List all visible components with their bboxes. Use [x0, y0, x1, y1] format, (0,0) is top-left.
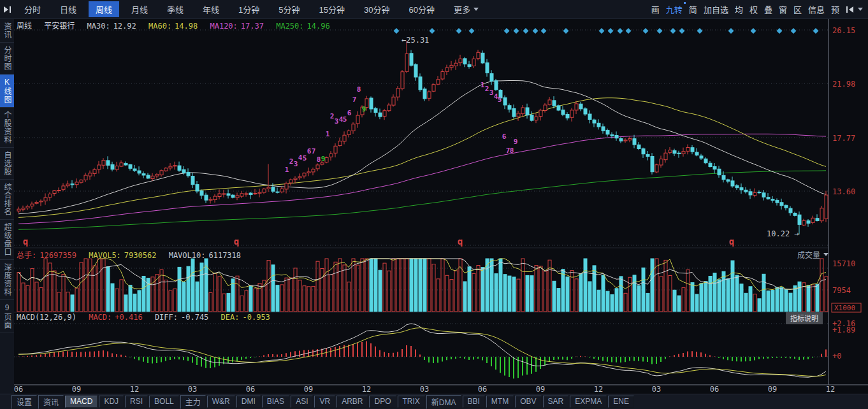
- tab-30分钟[interactable]: 30分钟: [357, 1, 396, 17]
- tab-15分钟[interactable]: 15分钟: [312, 1, 352, 17]
- tab-周线[interactable]: 周线: [89, 1, 119, 17]
- svg-text:5: 5: [343, 115, 347, 124]
- svg-text:8: 8: [357, 85, 361, 94]
- tool-加自选[interactable]: 加自选: [704, 3, 728, 15]
- tool-权[interactable]: 权: [749, 3, 758, 15]
- panel-collapse-icon[interactable]: [3, 6, 12, 13]
- indicator-button-EXPMA[interactable]: EXPMA: [570, 396, 607, 408]
- svg-text:12: 12: [826, 385, 835, 394]
- sidebar-item-自选股[interactable]: 自选股: [0, 148, 14, 180]
- sidebar-item-9页面[interactable]: 9页面: [0, 300, 14, 333]
- svg-text:06: 06: [710, 385, 719, 394]
- jump-to-left-icon[interactable]: [846, 6, 855, 13]
- indicator-button-MTM[interactable]: MTM: [486, 396, 514, 408]
- svg-text:q: q: [458, 236, 463, 247]
- svg-text:+0: +0: [832, 352, 841, 361]
- svg-text:2: 2: [330, 112, 335, 120]
- indicator-button-DPO[interactable]: DPO: [369, 396, 396, 408]
- indicator-button-新DMA[interactable]: 新DMA: [426, 395, 461, 409]
- tool-九转[interactable]: 九转: [666, 3, 683, 15]
- svg-text:7954: 7954: [832, 286, 851, 295]
- indicator-button-VR[interactable]: VR: [314, 396, 335, 408]
- svg-text:9: 9: [321, 155, 326, 163]
- new-dot-icon: [684, 2, 686, 4]
- svg-text:q: q: [23, 236, 28, 247]
- tab-更多[interactable]: 更多: [447, 1, 486, 17]
- svg-text:09: 09: [72, 385, 81, 394]
- tab-60分钟[interactable]: 60分钟: [402, 1, 442, 17]
- svg-text:3: 3: [335, 117, 339, 126]
- svg-text:7: 7: [312, 147, 316, 155]
- indicator-button-MACD[interactable]: MACD: [65, 396, 98, 408]
- tab-分时[interactable]: 分时: [17, 1, 48, 17]
- svg-text:03: 03: [420, 385, 429, 394]
- svg-text:06: 06: [14, 385, 23, 394]
- tool-信息[interactable]: 信息: [808, 3, 825, 15]
- chevron-down-icon: [823, 253, 828, 256]
- indicator-button-RSI[interactable]: RSI: [125, 396, 148, 408]
- svg-text:03: 03: [652, 385, 661, 394]
- svg-text:12: 12: [594, 385, 603, 394]
- svg-text:09: 09: [768, 385, 777, 394]
- sidebar-item-K线图[interactable]: K线图: [0, 75, 14, 108]
- tab-月线[interactable]: 月线: [124, 1, 155, 17]
- indicator-button-KDJ[interactable]: KDJ: [99, 396, 124, 408]
- indicator-button-W&R[interactable]: W&R: [207, 396, 235, 408]
- svg-text:q: q: [234, 236, 239, 247]
- indicator-button-ASI[interactable]: ASI: [291, 396, 313, 408]
- indicator-button-设置[interactable]: 设置: [11, 395, 37, 409]
- svg-text:12: 12: [130, 385, 139, 394]
- svg-text:09: 09: [536, 385, 545, 394]
- tool-画[interactable]: 画: [651, 3, 660, 15]
- tab-5分钟[interactable]: 5分钟: [271, 1, 307, 17]
- chevron-down-icon: [474, 8, 479, 11]
- kline-chart[interactable]: 123456789123456789123456789qqqq←25.3110.…: [14, 19, 868, 394]
- tool-叠[interactable]: 叠: [764, 3, 772, 15]
- svg-text:9: 9: [362, 105, 366, 113]
- svg-text:15710: 15710: [832, 259, 855, 268]
- toolbar-right-items: 画九转简加自选均权叠窗区信息预: [645, 3, 839, 15]
- toolbar-dropdown-icon[interactable]: [858, 8, 863, 11]
- svg-text:X1000: X1000: [834, 304, 855, 312]
- indicator-button-BIAS[interactable]: BIAS: [262, 396, 289, 408]
- svg-text:←25.31: ←25.31: [401, 36, 429, 45]
- tab-1分钟[interactable]: 1分钟: [231, 1, 266, 17]
- indicator-button-主力[interactable]: 主力: [180, 395, 206, 409]
- indicator-button-DMI[interactable]: DMI: [236, 396, 261, 408]
- sidebar-item-分时图[interactable]: 分时图: [0, 43, 14, 75]
- tool-预[interactable]: 预: [831, 3, 839, 15]
- sidebar-item-个股资料[interactable]: 个股资料: [0, 108, 14, 148]
- indicator-button-ENE[interactable]: ENE: [608, 396, 634, 408]
- indicator-button-BOLL[interactable]: BOLL: [149, 396, 179, 408]
- sidebar-item-超级盘口[interactable]: 超级盘口: [0, 220, 14, 260]
- svg-text:6: 6: [502, 133, 507, 141]
- volume-selector-label: 成交量: [797, 249, 820, 260]
- svg-text:13.60: 13.60: [832, 187, 855, 196]
- tab-年线[interactable]: 年线: [196, 1, 226, 17]
- svg-text:3: 3: [294, 160, 298, 168]
- indicator-help-tooltip[interactable]: 指标说明: [786, 312, 823, 324]
- tool-均[interactable]: 均: [735, 3, 743, 15]
- svg-text:9: 9: [514, 138, 518, 146]
- svg-text:+1.89: +1.89: [832, 326, 855, 334]
- sidebar-item-综合排名[interactable]: 综合排名: [0, 180, 14, 220]
- toolbar-right: 画九转简加自选均权叠窗区信息预: [645, 3, 863, 15]
- svg-text:1: 1: [481, 81, 485, 89]
- indicator-button-资讯[interactable]: 资讯: [38, 395, 64, 409]
- sidebar-item-资讯[interactable]: 资讯: [0, 19, 14, 43]
- tool-简[interactable]: 简: [689, 3, 697, 15]
- tab-日线[interactable]: 日线: [53, 1, 83, 17]
- tool-窗[interactable]: 窗: [779, 3, 787, 15]
- svg-text:17.77: 17.77: [832, 134, 855, 143]
- svg-text:7: 7: [352, 96, 357, 104]
- indicator-button-TRIX[interactable]: TRIX: [398, 396, 425, 408]
- indicator-button-OBV[interactable]: OBV: [515, 396, 541, 408]
- tab-季线[interactable]: 季线: [160, 1, 191, 17]
- sidebar-item-深度资料[interactable]: 深度资料: [0, 260, 14, 300]
- svg-text:q: q: [729, 236, 734, 247]
- tool-区[interactable]: 区: [793, 3, 802, 15]
- indicator-button-SAR[interactable]: SAR: [543, 396, 569, 408]
- indicator-button-ARBR[interactable]: ARBR: [336, 396, 368, 408]
- volume-indicator-selector[interactable]: 成交量: [788, 249, 828, 260]
- indicator-button-BBI[interactable]: BBI: [463, 396, 485, 408]
